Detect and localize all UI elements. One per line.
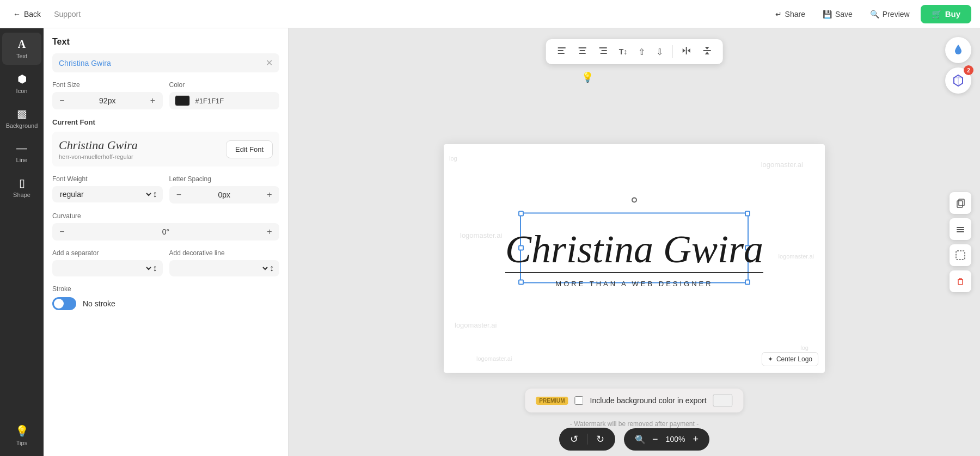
decorative-chevron-icon: ↕ (270, 263, 274, 273)
decorative-line-field: Add decorative line ↕ (169, 249, 280, 276)
select-button[interactable] (950, 244, 971, 266)
premium-badge: PREMIUM (536, 397, 568, 405)
font-weight-select-row: regular bold light ↕ (52, 186, 163, 202)
logo-canvas[interactable]: log logomaster.ai logomaster.ai logomast… (444, 144, 825, 373)
sidebar-item-tips[interactable]: 💡 Tips (2, 419, 41, 452)
separator-select-row: ↕ (52, 260, 163, 276)
topbar: ← Back Support ↵ Share 💾 Save 🔍 Preview … (0, 0, 980, 28)
curvature-value: 0° (72, 227, 260, 236)
stroke-text: No stroke (83, 299, 115, 308)
handle-top-right[interactable] (745, 211, 750, 217)
font-size-increase[interactable]: + (148, 95, 158, 106)
separator-chevron-icon: ↕ (153, 263, 157, 273)
background-icon: ▩ (17, 107, 27, 120)
export-checkbox[interactable] (575, 396, 584, 405)
center-icon: ✦ (768, 355, 773, 363)
sidebar-item-background[interactable]: ▩ Background (2, 102, 41, 134)
font-size-field: Font Size − 92px + (52, 81, 163, 109)
curvature-label: Curvature (52, 212, 279, 220)
svg-rect-8 (601, 53, 607, 54)
decorative-select-row: ↕ (169, 260, 280, 276)
text-edit-button[interactable]: T↕ (615, 44, 632, 59)
stroke-toggle[interactable] (52, 297, 76, 310)
letter-spacing-decrease[interactable]: − (174, 189, 185, 200)
sidebar-item-icon[interactable]: ⬢ Icon (2, 67, 41, 100)
copy-button[interactable] (950, 192, 971, 214)
stroke-row: No stroke (52, 297, 279, 310)
tips-icon: 💡 (15, 424, 29, 437)
decorative-label: Add decorative line (169, 249, 280, 257)
letter-spacing-value: 0px (189, 190, 260, 199)
undo-button[interactable]: ↺ (570, 433, 578, 445)
flip-h-button[interactable] (677, 42, 695, 61)
font-weight-label: Font Weight (52, 175, 163, 183)
font-preview-row: Christina Gwira herr-von-muellerhoff-reg… (52, 132, 279, 167)
letter-spacing-field: Letter Spacing − 0px + (169, 175, 280, 204)
flip-v-button[interactable] (697, 42, 716, 61)
align-bottom-button[interactable]: ⇩ (652, 44, 667, 60)
rotate-handle[interactable] (632, 198, 637, 203)
sidebar-item-line[interactable]: — Line (2, 137, 41, 169)
zoom-out-button[interactable]: − (652, 434, 658, 445)
layer-button[interactable] (950, 218, 971, 240)
add-separator-field: Add a separator ↕ (52, 249, 163, 276)
preview-button[interactable]: 🔍 Preview (863, 7, 916, 22)
color-label: Color (169, 81, 280, 89)
svg-rect-20 (956, 251, 965, 260)
svg-rect-19 (957, 231, 964, 232)
buy-button[interactable]: 🛒 Buy (921, 5, 971, 23)
logo-content: Christina Gwira MORE THAN A WEB DESIGNER (505, 230, 763, 288)
letter-spacing-increase[interactable]: + (264, 189, 275, 200)
center-logo-button[interactable]: ✦ Center Logo (762, 352, 818, 366)
handle-top-left[interactable] (518, 211, 524, 217)
svg-rect-18 (957, 229, 964, 230)
svg-marker-10 (682, 48, 685, 53)
font-weight-select[interactable]: regular bold light (58, 189, 153, 199)
delete-button[interactable] (950, 270, 971, 292)
zoom-in-button[interactable]: + (693, 434, 699, 445)
save-button[interactable]: 💾 Save (816, 7, 859, 22)
back-arrow-icon: ← (13, 10, 21, 19)
sidebar-item-text[interactable]: A Text (2, 33, 41, 65)
color-swatch[interactable]: #1F1F1F (169, 92, 280, 109)
export-bar: PREMIUM Include background color in expo… (525, 389, 743, 412)
preview-icon: 🔍 (870, 10, 879, 19)
zoom-search-button[interactable]: 🔍 (635, 434, 646, 445)
decorative-select[interactable] (175, 263, 270, 273)
weight-chevron-icon: ↕ (153, 189, 157, 199)
save-icon: 💾 (823, 10, 832, 19)
back-label: Back (24, 10, 41, 19)
font-preview-script: Christina Gwira (59, 138, 219, 152)
svg-rect-17 (957, 227, 964, 228)
share-button[interactable]: ↵ Share (769, 7, 812, 22)
sidebar-background-label: Background (6, 122, 38, 129)
main-layout: A Text ⬢ Icon ▩ Background — Line ▯ Shap… (0, 28, 980, 456)
curvature-decrease[interactable]: − (57, 226, 68, 237)
align-right-button[interactable] (594, 42, 612, 61)
curvature-increase[interactable]: + (264, 226, 275, 237)
color-drip-icon[interactable] (945, 37, 971, 63)
watermark-notice: - Watermark will be removed after paymen… (570, 420, 699, 428)
back-button[interactable]: ← Back (9, 8, 45, 21)
font-size-decrease[interactable]: − (57, 95, 68, 106)
tip-icon-button[interactable]: 💡 (580, 70, 595, 85)
color-hex: #1F1F1F (195, 97, 224, 105)
redo-button[interactable]: ↻ (596, 433, 604, 445)
align-center-button[interactable] (573, 42, 592, 61)
text-panel: Text ✕ Font Size − 92px + Color (44, 28, 289, 456)
font-preview-name: herr-von-muellerhoff-regular (59, 153, 219, 160)
align-top-button[interactable]: ⇧ (634, 44, 650, 60)
cube-icon[interactable]: 2 (945, 67, 971, 94)
line-icon: — (16, 142, 27, 155)
toolbar-divider (672, 45, 672, 58)
edit-font-button[interactable]: Edit Font (226, 140, 273, 158)
sidebar-item-shape[interactable]: ▯ Shape (2, 171, 41, 204)
separator-select[interactable] (58, 263, 153, 273)
text-input[interactable] (59, 59, 266, 67)
zoom-controls: 🔍 − 100% + (624, 428, 709, 451)
clear-text-button[interactable]: ✕ (266, 58, 273, 68)
align-left-button[interactable] (553, 42, 571, 61)
right-float-panel (950, 192, 971, 292)
support-link[interactable]: Support (54, 10, 81, 19)
svg-rect-16 (959, 199, 964, 206)
